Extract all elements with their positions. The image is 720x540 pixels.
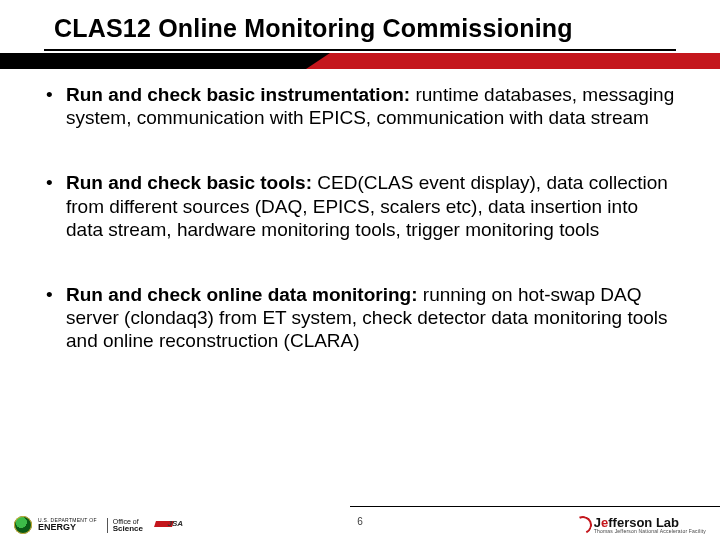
doe-bot: ENERGY: [38, 523, 97, 532]
office-bot: Science: [113, 525, 143, 533]
bullet-list: Run and check basic instrumentation: run…: [44, 83, 680, 352]
slide: CLAS12 Online Monitoring Commissioning R…: [0, 0, 720, 540]
jlab-sub: Thomas Jefferson National Accelerator Fa…: [594, 529, 706, 534]
left-logo-cluster: U.S. DEPARTMENT OF ENERGY Office of Scie…: [14, 516, 183, 534]
jlab-text: Jefferson Lab Thomas Jefferson National …: [594, 517, 706, 533]
bullet-lead: Run and check basic instrumentation:: [66, 84, 410, 105]
jlab-swoosh-icon: [572, 516, 592, 534]
page-number: 6: [357, 516, 363, 527]
doe-seal-icon: [14, 516, 32, 534]
slide-title: CLAS12 Online Monitoring Commissioning: [0, 0, 720, 49]
bullet-lead: Run and check basic tools:: [66, 172, 312, 193]
footer-divider: [350, 506, 720, 507]
footer: 6 U.S. DEPARTMENT OF ENERGY Office of Sc…: [0, 506, 720, 540]
doe-text: U.S. DEPARTMENT OF ENERGY: [38, 518, 97, 532]
jsa-logo: JSA: [155, 519, 183, 531]
header-banner: [0, 53, 720, 69]
office-of-science: Office of Science: [107, 518, 143, 533]
header-red-stripe: [330, 53, 720, 69]
bullet-lead: Run and check online data monitoring:: [66, 284, 418, 305]
bullet-item: Run and check online data monitoring: ru…: [44, 283, 680, 353]
title-underline: [44, 49, 676, 51]
content-area: Run and check basic instrumentation: run…: [0, 69, 720, 352]
jefferson-lab-logo: Jefferson Lab Thomas Jefferson National …: [572, 516, 706, 534]
jsa-text: JSA: [167, 519, 183, 528]
jlab-main: Jefferson Lab: [594, 517, 706, 529]
bullet-item: Run and check basic tools: CED(CLAS even…: [44, 171, 680, 241]
bullet-item: Run and check basic instrumentation: run…: [44, 83, 680, 129]
